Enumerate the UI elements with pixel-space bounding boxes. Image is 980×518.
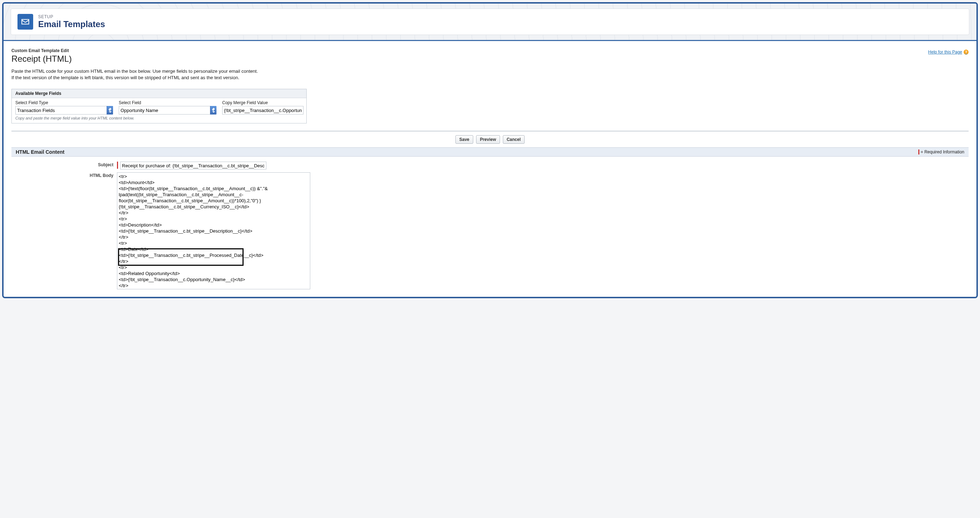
subject-label: Subject — [11, 162, 117, 169]
header-text: SETUP Email Templates — [38, 14, 105, 29]
select-field-wrap: Opportunity Name — [119, 106, 216, 115]
header-title: Email Templates — [38, 19, 105, 29]
cancel-button[interactable]: Cancel — [503, 135, 525, 144]
merge-note: Copy and paste the merge field value int… — [12, 115, 306, 123]
mail-icon — [18, 14, 33, 30]
page-body: Help for this Page ? Custom Email Templa… — [3, 41, 977, 297]
help-link[interactable]: Help for this Page ? — [928, 49, 969, 54]
select-field-type[interactable]: Transaction Fields — [15, 106, 113, 115]
description-line-2: If the text version of the template is l… — [11, 75, 239, 80]
description-line-1: Paste the HTML code for your custom HTML… — [11, 69, 258, 74]
subject-row: Subject — [11, 162, 969, 169]
form-area: Subject HTML Body — [11, 156, 969, 290]
description: Paste the HTML code for your custom HTML… — [11, 68, 969, 81]
copy-merge-wrap — [222, 106, 304, 115]
required-info: = Required Information — [918, 150, 964, 155]
subject-field — [117, 162, 266, 169]
body-field — [117, 172, 310, 290]
copy-merge-value-input[interactable] — [222, 106, 304, 115]
breadcrumb: Custom Email Template Edit — [11, 48, 969, 53]
select-field-type-wrap: Transaction Fields — [15, 106, 113, 115]
save-button[interactable]: Save — [455, 135, 473, 144]
body-label: HTML Body — [11, 172, 117, 290]
required-mark-icon — [117, 162, 118, 169]
html-body-textarea[interactable] — [117, 172, 310, 289]
merge-fields-title: Available Merge Fields — [12, 89, 306, 98]
select-field[interactable]: Opportunity Name — [119, 106, 216, 115]
section-bar: HTML Email Content = Required Informatio… — [11, 147, 969, 156]
help-link-text: Help for this Page — [928, 49, 962, 54]
app-frame: SETUP Email Templates Help for this Page… — [2, 2, 978, 298]
subject-input[interactable] — [120, 162, 266, 169]
preview-button[interactable]: Preview — [476, 135, 500, 144]
header-band: SETUP Email Templates — [3, 3, 977, 41]
select-field-label: Select Field — [119, 100, 222, 106]
button-row: Save Preview Cancel — [11, 132, 969, 147]
body-row: HTML Body — [11, 172, 969, 290]
body-wrap — [117, 172, 310, 290]
required-mark-icon — [918, 150, 920, 155]
header-card: SETUP Email Templates — [11, 8, 969, 35]
select-field-type-label: Select Field Type — [15, 100, 119, 106]
page-title: Receipt (HTML) — [11, 54, 969, 64]
required-info-text: = Required Information — [921, 150, 964, 155]
help-icon: ? — [964, 49, 969, 54]
header-eyebrow: SETUP — [38, 14, 105, 19]
merge-fields-panel: Available Merge Fields Select Field Type… — [11, 89, 307, 123]
copy-merge-label: Copy Merge Field Value — [222, 100, 304, 106]
merge-fields-grid: Select Field Type Select Field Copy Merg… — [12, 98, 306, 115]
section-title: HTML Email Content — [16, 149, 65, 155]
